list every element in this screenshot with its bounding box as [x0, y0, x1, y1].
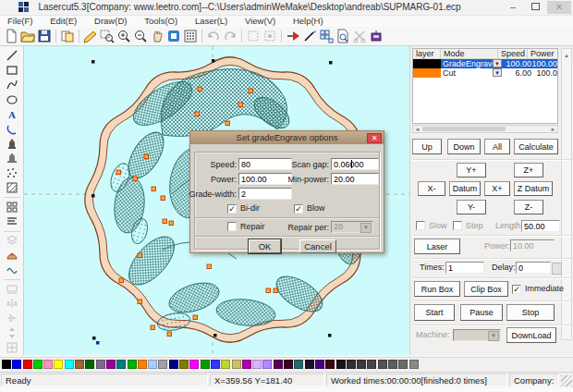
import-icon[interactable] — [59, 29, 76, 43]
palette-swatch[interactable] — [232, 360, 241, 369]
stamp-tool-icon[interactable] — [4, 152, 20, 165]
zoom-in-icon[interactable] — [116, 29, 132, 43]
relief-mound-icon[interactable] — [4, 248, 20, 262]
jog-x-plus-button[interactable]: X+ — [484, 181, 510, 196]
delay-input[interactable] — [516, 262, 551, 274]
hatch-tool-icon[interactable] — [4, 180, 20, 194]
palette-swatch[interactable] — [128, 360, 137, 369]
layer-color-swatch[interactable] — [413, 59, 441, 68]
preview-doc-icon[interactable] — [335, 29, 351, 43]
palette-swatch[interactable] — [315, 360, 324, 369]
menu-draw[interactable]: Draw(D) — [87, 16, 134, 27]
grade-width-input[interactable] — [238, 188, 292, 200]
palette-swatch[interactable] — [294, 360, 303, 369]
palette-swatch[interactable] — [262, 360, 272, 369]
stop-button[interactable]: Stop — [506, 304, 555, 321]
layer-power[interactable]: 100.0 — [531, 68, 557, 78]
jog-y-minus-button[interactable]: Y- — [457, 200, 486, 214]
step-checkbox[interactable]: Step — [453, 221, 483, 232]
jog-y-plus-button[interactable]: Y+ — [457, 163, 486, 178]
palette-swatch[interactable] — [65, 360, 74, 369]
run-box-button[interactable]: Run Box — [414, 281, 460, 297]
mode-dropdown-icon[interactable]: ▼ — [493, 68, 502, 77]
open-file-icon[interactable] — [19, 29, 36, 43]
menu-laser[interactable]: Laser(L) — [188, 16, 235, 27]
palette-swatch[interactable] — [305, 360, 314, 369]
palette-swatch[interactable] — [23, 360, 32, 369]
palette-swatch[interactable] — [284, 360, 293, 369]
col-header-layer[interactable]: layer — [413, 49, 441, 58]
laser-button[interactable]: Laser — [414, 239, 460, 254]
palette-swatch[interactable] — [96, 360, 105, 369]
palette-swatch[interactable] — [211, 360, 220, 369]
ellipse-tool-icon[interactable] — [4, 92, 20, 106]
palette-swatch[interactable] — [179, 360, 189, 369]
layer-row-gradeengrave[interactable]: GradeEngrave ▼ 100.00 100.00 — [413, 59, 557, 68]
min-power-input[interactable] — [331, 173, 379, 185]
jog-x-minus-button[interactable]: X- — [418, 181, 445, 196]
palette-swatch[interactable] — [378, 360, 387, 369]
palette-swatch[interactable] — [138, 360, 147, 369]
zoom-out-icon[interactable] — [132, 29, 149, 43]
pen-tool-icon[interactable] — [301, 29, 318, 43]
palette-swatch[interactable] — [357, 360, 366, 369]
palette-swatch[interactable] — [201, 360, 210, 369]
palette-swatch[interactable] — [116, 360, 126, 369]
rectangle-tool-icon[interactable] — [4, 64, 20, 78]
immediate-checkbox[interactable]: ✓Immediate — [512, 284, 564, 294]
new-file-icon[interactable] — [3, 29, 19, 43]
layer-mode[interactable]: GradeEngrave — [443, 59, 497, 68]
show-all-icon[interactable] — [165, 29, 182, 43]
maximize-button[interactable] — [525, 1, 545, 14]
scan-gap-input[interactable] — [331, 158, 379, 170]
slow-checkbox[interactable]: Slow — [416, 221, 447, 232]
menu-edit[interactable]: Edit(E) — [43, 16, 84, 27]
jog-z-minus-button[interactable]: Z- — [514, 200, 543, 214]
palette-swatch[interactable] — [242, 360, 251, 369]
ok-button[interactable]: OK — [249, 239, 281, 253]
machine-icon[interactable] — [368, 29, 384, 43]
engrave-tool-icon[interactable] — [4, 137, 20, 151]
scroll-up-icon[interactable]: ▲ — [562, 52, 571, 59]
scroll-left-icon[interactable]: ◄ — [413, 126, 421, 133]
group-tool-icon[interactable] — [4, 200, 20, 214]
layer-row-cut[interactable]: Cut ▼ 6.00 100.0 — [413, 68, 557, 78]
mode-dropdown-icon[interactable]: ▼ — [493, 59, 502, 67]
start-button[interactable]: Start — [414, 304, 455, 321]
dialog-title-bar[interactable]: Set gradeEngrave options — [190, 131, 384, 144]
palette-swatch[interactable] — [54, 360, 63, 369]
palette-swatch[interactable] — [75, 360, 84, 369]
palette-swatch[interactable] — [148, 360, 157, 369]
layer-down-button[interactable]: Down — [447, 139, 481, 154]
arc-tool-icon[interactable] — [4, 122, 20, 136]
menu-file[interactable]: File(F) — [0, 16, 40, 27]
col-header-power[interactable]: Power — [528, 49, 557, 58]
palette-swatch[interactable] — [388, 360, 397, 369]
palette-swatch[interactable] — [274, 360, 283, 369]
bidir-checkbox[interactable]: ✓Bi-dir — [227, 203, 260, 214]
clip-box-button[interactable]: Clip Box — [464, 281, 508, 297]
download-button[interactable]: DownLoad — [506, 327, 556, 343]
palette-swatch[interactable] — [169, 360, 178, 369]
palette-swatch[interactable] — [347, 360, 356, 369]
blow-checkbox[interactable]: ✓Blow — [294, 203, 325, 214]
grid-snap-icon[interactable] — [182, 29, 199, 43]
cancel-button[interactable]: Cancel — [299, 239, 336, 253]
palette-swatch[interactable] — [85, 360, 94, 369]
jog-z-plus-button[interactable]: Z+ — [514, 163, 543, 178]
edit-tag-icon[interactable] — [82, 29, 99, 43]
close-button[interactable]: ✕ — [547, 1, 571, 14]
palette-swatch[interactable] — [252, 360, 262, 369]
layer-up-button[interactable]: Up — [412, 139, 442, 154]
palette-swatch[interactable] — [12, 360, 21, 369]
layer-speed[interactable]: 6.00 — [504, 68, 531, 78]
col-header-speed[interactable]: Speed — [498, 49, 528, 58]
dialog-close-button[interactable]: ✕ — [367, 133, 382, 143]
minimize-button[interactable]: – — [503, 1, 523, 14]
layer-table-hscrollbar[interactable]: ◄ ► — [412, 125, 558, 133]
palette-swatch[interactable] — [33, 360, 43, 369]
pan-hand-icon[interactable] — [149, 29, 165, 43]
z-datum-button[interactable]: Z Datum — [514, 181, 553, 196]
text-tool-icon[interactable]: A — [4, 107, 20, 121]
datum-button[interactable]: Datum — [449, 181, 481, 196]
